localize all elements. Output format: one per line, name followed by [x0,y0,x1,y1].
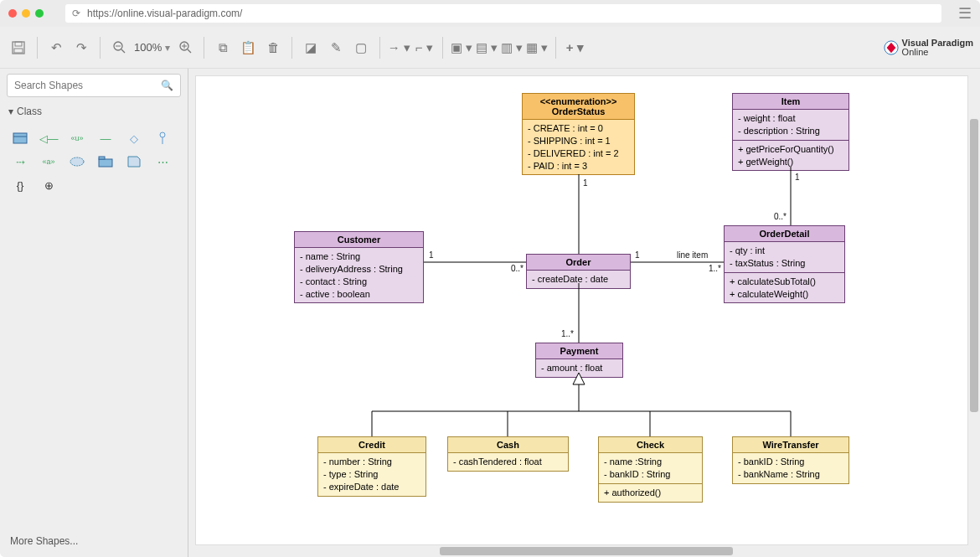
hamburger-menu-icon[interactable]: ☰ [958,4,972,23]
toolbar: ↶ ↷ 100% ▾ ⧉ 📋 🗑 ◪ ✎ ▢ → ▾ ⌐ ▾ ▣ ▾ ▤ ▾ ▥… [0,27,980,69]
mult-orderstatus: 1 [583,178,588,188]
class-payment[interactable]: Payment - amount : float [535,343,623,378]
palette-class-icon[interactable] [8,129,32,147]
refresh-icon[interactable]: ⟳ [72,8,80,19]
class-name: OrderDetail [725,226,844,241]
attrs: - name : String - deliveryAddress : Stri… [295,247,423,302]
palette-anchor-icon[interactable]: ⋯ [151,152,174,171]
delete-button[interactable]: 🗑 [261,36,285,59]
add-button[interactable]: + ▾ [563,36,586,59]
attrs: - createDate : date [527,270,630,288]
svg-rect-11 [13,133,27,143]
svg-rect-16 [99,159,112,167]
search-shapes[interactable]: 🔍 [7,74,181,97]
class-name: Cash [448,437,568,452]
attrs: - CREATE : int = 0 - SHIPPING : int = 1 … [523,119,634,174]
class-item[interactable]: Item - weight : float - description : St… [732,93,849,171]
zoom-in-button[interactable] [173,36,197,59]
class-order-status[interactable]: <<enumeration>> OrderStatus - CREATE : i… [522,93,635,175]
palette-provided-icon[interactable]: ⊕ [37,176,60,194]
class-name: WireTransfer [733,437,848,452]
horizontal-scrollbar[interactable] [188,545,968,557]
class-credit[interactable]: Credit - number : String - type : String… [317,436,426,497]
attrs: - weight : float - description : String [733,109,848,140]
class-name: Payment [536,343,622,358]
url-text: https://online.visual-paradigm.com/ [87,8,242,19]
to-back-button[interactable]: ▤ ▾ [475,36,498,59]
vscroll-thumb[interactable] [970,119,978,412]
class-order[interactable]: Order - createDate : date [526,254,631,289]
shadow-button[interactable]: ▢ [349,36,373,59]
copy-button[interactable]: ⧉ [211,36,235,59]
palette-note-icon[interactable] [122,152,146,171]
category-class[interactable]: ▾ Class [7,102,181,121]
search-input[interactable] [14,80,161,91]
mult-order-left: 0..* [511,264,524,273]
minimize-window-icon[interactable] [22,9,30,18]
stereotype-label: <<enumeration>> [528,96,629,106]
role-lineitem: line item [677,250,708,260]
ops: + calculateSubTotal() + calculateWeight(… [725,272,844,303]
hscroll-thumb[interactable] [440,547,733,555]
url-bar[interactable]: ⟳ https://online.visual-paradigm.com/ [65,4,941,23]
palette-generalization-icon[interactable]: ◁— [37,129,60,147]
more-shapes-link[interactable]: More Shapes... [7,530,181,552]
distribute-button[interactable]: ▦ ▾ [525,36,549,59]
svg-line-4 [121,49,125,53]
waypoint-button[interactable]: ⌐ ▾ [412,36,436,59]
palette-usage-icon[interactable]: «u» [65,129,89,147]
undo-button[interactable]: ↶ [44,36,68,59]
svg-point-15 [70,157,84,166]
svg-line-7 [188,49,191,53]
class-name: Item [733,94,848,109]
collapse-icon: ▾ [8,106,13,117]
vertical-scrollbar[interactable] [968,69,980,545]
close-window-icon[interactable] [8,9,17,18]
attrs: - number : String - type : String - expi… [318,452,426,496]
class-name: Order [527,255,630,270]
class-order-detail[interactable]: OrderDetail - qty : int - taxStatus : St… [724,225,845,303]
align-button[interactable]: ▥ ▾ [500,36,524,59]
attrs: - qty : int - taxStatus : String [725,241,844,272]
palette-association-icon[interactable]: — [94,129,117,147]
diagram-canvas[interactable]: <<enumeration>> OrderStatus - CREATE : i… [195,75,968,545]
attrs: - bankID : String - bankName : String [733,452,848,483]
palette-aggregation-icon[interactable]: ◇ [122,129,146,147]
fill-color-button[interactable]: ◪ [299,36,322,59]
class-name: Customer [295,232,423,247]
class-name: Check [599,437,702,452]
connector-button[interactable]: → ▾ [387,36,410,59]
palette-constraint-icon[interactable]: {} [8,176,32,194]
class-wire-transfer[interactable]: WireTransfer - bankID : String - bankNam… [732,436,849,484]
palette-package-icon[interactable] [94,152,117,171]
zoom-value[interactable]: 100% [134,41,162,54]
maximize-window-icon[interactable] [35,9,44,18]
palette-interface-icon[interactable] [151,129,174,147]
browser-bar: ⟳ https://online.visual-paradigm.com/ ☰ [0,0,980,27]
palette-dependency-icon[interactable]: ⤏ [8,152,32,171]
class-check[interactable]: Check - name :String - bankID : String +… [598,436,703,503]
ops: + authorized() [599,483,702,502]
line-color-button[interactable]: ✎ [324,36,348,59]
zoom-dropdown-icon[interactable]: ▾ [165,42,170,54]
palette-abstraction-icon[interactable]: «a» [37,152,60,171]
paste-button[interactable]: 📋 [236,36,260,59]
svg-rect-2 [14,49,23,53]
zoom-out-button[interactable] [107,36,131,59]
class-cash[interactable]: Cash - cashTendered : float [447,436,569,472]
mult-payment: 1..* [561,329,574,338]
redo-button[interactable]: ↷ [70,36,93,59]
save-button[interactable] [7,36,30,59]
attrs: - name :String - bankID : String [599,452,702,483]
mult-orderdetail-top: 0..* [774,212,787,221]
attrs: - amount : float [536,358,622,377]
class-customer[interactable]: Customer - name : String - deliveryAddre… [294,231,424,303]
shape-palette: ◁— «u» — ◇ ⤏ «a» ⋯ {} ⊕ [7,126,181,198]
palette-collaboration-icon[interactable] [65,152,89,171]
search-icon: 🔍 [161,80,173,91]
ops: + getPriceForQuantity() + getWeight() [733,140,848,171]
category-label: Class [17,106,42,117]
class-name: Credit [318,437,426,452]
to-front-button[interactable]: ▣ ▾ [450,36,473,59]
svg-rect-17 [99,157,105,159]
